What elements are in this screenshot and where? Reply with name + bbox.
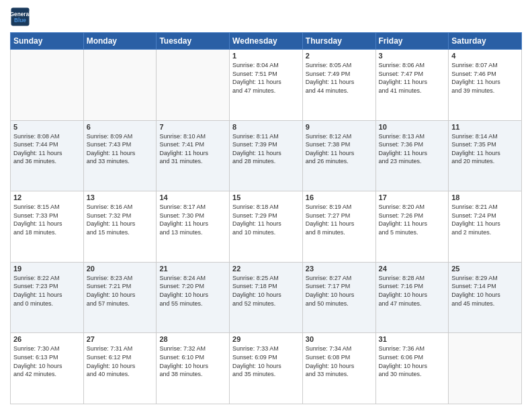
day-info: Sunrise: 8:16 AM Sunset: 7:32 PM Dayligh… (87, 203, 154, 236)
day-info: Sunrise: 8:28 AM Sunset: 7:16 PM Dayligh… (379, 274, 446, 308)
calendar-cell: 14Sunrise: 8:17 AM Sunset: 7:30 PM Dayli… (157, 191, 230, 263)
day-number: 17 (379, 193, 446, 201)
day-number: 20 (87, 265, 154, 273)
day-number: 19 (13, 265, 81, 273)
day-info: Sunrise: 8:22 AM Sunset: 7:23 PM Dayligh… (13, 274, 81, 308)
day-info: Sunrise: 8:27 AM Sunset: 7:17 PM Dayligh… (306, 274, 373, 308)
calendar-cell (449, 333, 522, 404)
day-number: 29 (232, 335, 300, 343)
day-info: Sunrise: 8:13 AM Sunset: 7:36 PM Dayligh… (379, 132, 446, 166)
day-number: 13 (87, 193, 154, 201)
day-info: Sunrise: 7:36 AM Sunset: 6:06 PM Dayligh… (379, 345, 446, 378)
day-info: Sunrise: 8:06 AM Sunset: 7:47 PM Dayligh… (379, 61, 446, 95)
day-info: Sunrise: 8:07 AM Sunset: 7:46 PM Dayligh… (451, 61, 519, 95)
day-number: 16 (306, 193, 373, 201)
calendar-cell (83, 50, 157, 121)
calendar-cell: 16Sunrise: 8:19 AM Sunset: 7:27 PM Dayli… (302, 191, 375, 263)
day-number: 30 (306, 335, 373, 343)
calendar-cell: 3Sunrise: 8:06 AM Sunset: 7:47 PM Daylig… (375, 50, 449, 121)
day-info: Sunrise: 8:23 AM Sunset: 7:21 PM Dayligh… (87, 274, 154, 308)
calendar-cell: 23Sunrise: 8:27 AM Sunset: 7:17 PM Dayli… (302, 262, 375, 333)
day-number: 5 (13, 123, 81, 131)
calendar-header-saturday: Saturday (449, 33, 522, 50)
calendar-cell: 4Sunrise: 8:07 AM Sunset: 7:46 PM Daylig… (449, 50, 522, 121)
day-info: Sunrise: 8:05 AM Sunset: 7:49 PM Dayligh… (306, 61, 373, 95)
calendar-cell: 5Sunrise: 8:08 AM Sunset: 7:44 PM Daylig… (11, 120, 84, 191)
day-info: Sunrise: 8:09 AM Sunset: 7:43 PM Dayligh… (87, 132, 154, 166)
calendar-week-row: 26Sunrise: 7:30 AM Sunset: 6:13 PM Dayli… (11, 333, 522, 404)
calendar-week-row: 5Sunrise: 8:08 AM Sunset: 7:44 PM Daylig… (11, 120, 522, 191)
day-info: Sunrise: 7:32 AM Sunset: 6:10 PM Dayligh… (159, 345, 226, 378)
calendar-cell: 24Sunrise: 8:28 AM Sunset: 7:16 PM Dayli… (375, 262, 449, 333)
calendar-cell: 11Sunrise: 8:14 AM Sunset: 7:35 PM Dayli… (449, 120, 522, 191)
day-info: Sunrise: 7:34 AM Sunset: 6:08 PM Dayligh… (306, 345, 373, 378)
calendar-header-wednesday: Wednesday (230, 33, 303, 50)
day-number: 24 (379, 265, 446, 273)
day-info: Sunrise: 7:31 AM Sunset: 6:12 PM Dayligh… (87, 345, 154, 378)
calendar-cell: 8Sunrise: 8:11 AM Sunset: 7:39 PM Daylig… (230, 120, 303, 191)
day-number: 15 (232, 193, 300, 201)
day-number: 4 (451, 52, 519, 60)
calendar-cell (11, 50, 84, 121)
calendar-header-row: SundayMondayTuesdayWednesdayThursdayFrid… (11, 33, 522, 50)
calendar-cell: 27Sunrise: 7:31 AM Sunset: 6:12 PM Dayli… (83, 333, 157, 404)
calendar-cell: 30Sunrise: 7:34 AM Sunset: 6:08 PM Dayli… (302, 333, 375, 404)
calendar-header-sunday: Sunday (11, 33, 84, 50)
calendar-cell: 2Sunrise: 8:05 AM Sunset: 7:49 PM Daylig… (302, 50, 375, 121)
calendar-cell: 10Sunrise: 8:13 AM Sunset: 7:36 PM Dayli… (375, 120, 449, 191)
calendar-cell: 20Sunrise: 8:23 AM Sunset: 7:21 PM Dayli… (83, 262, 157, 333)
svg-text:General: General (10, 11, 30, 17)
calendar-week-row: 1Sunrise: 8:04 AM Sunset: 7:51 PM Daylig… (11, 50, 522, 121)
calendar-cell: 22Sunrise: 8:25 AM Sunset: 7:18 PM Dayli… (230, 262, 303, 333)
logo-icon: General Blue (10, 7, 30, 27)
calendar-week-row: 12Sunrise: 8:15 AM Sunset: 7:33 PM Dayli… (11, 191, 522, 263)
calendar-cell: 29Sunrise: 7:33 AM Sunset: 6:09 PM Dayli… (230, 333, 303, 404)
day-number: 3 (379, 52, 446, 60)
day-info: Sunrise: 7:33 AM Sunset: 6:09 PM Dayligh… (232, 345, 300, 378)
calendar-cell: 31Sunrise: 7:36 AM Sunset: 6:06 PM Dayli… (375, 333, 449, 404)
calendar-cell: 18Sunrise: 8:21 AM Sunset: 7:24 PM Dayli… (449, 191, 522, 263)
day-info: Sunrise: 8:19 AM Sunset: 7:27 PM Dayligh… (306, 203, 373, 236)
day-info: Sunrise: 8:11 AM Sunset: 7:39 PM Dayligh… (232, 132, 300, 166)
calendar-cell: 28Sunrise: 7:32 AM Sunset: 6:10 PM Dayli… (157, 333, 230, 404)
day-number: 1 (232, 52, 300, 60)
calendar-cell: 9Sunrise: 8:12 AM Sunset: 7:38 PM Daylig… (302, 120, 375, 191)
day-info: Sunrise: 8:24 AM Sunset: 7:20 PM Dayligh… (159, 274, 226, 308)
svg-text:Blue: Blue (14, 17, 26, 24)
calendar-header-monday: Monday (83, 33, 157, 50)
calendar-cell: 12Sunrise: 8:15 AM Sunset: 7:33 PM Dayli… (11, 191, 84, 263)
day-number: 21 (159, 265, 226, 273)
calendar-header-thursday: Thursday (302, 33, 375, 50)
calendar-cell: 21Sunrise: 8:24 AM Sunset: 7:20 PM Dayli… (157, 262, 230, 333)
day-number: 28 (159, 335, 226, 343)
day-info: Sunrise: 8:21 AM Sunset: 7:24 PM Dayligh… (451, 203, 519, 236)
day-number: 12 (13, 193, 81, 201)
day-info: Sunrise: 8:04 AM Sunset: 7:51 PM Dayligh… (232, 61, 300, 95)
day-number: 9 (306, 123, 373, 131)
calendar-cell: 19Sunrise: 8:22 AM Sunset: 7:23 PM Dayli… (11, 262, 84, 333)
day-info: Sunrise: 8:15 AM Sunset: 7:33 PM Dayligh… (13, 203, 81, 236)
day-info: Sunrise: 8:18 AM Sunset: 7:29 PM Dayligh… (232, 203, 300, 236)
day-number: 10 (379, 123, 446, 131)
day-info: Sunrise: 8:12 AM Sunset: 7:38 PM Dayligh… (306, 132, 373, 166)
day-number: 25 (451, 265, 519, 273)
day-number: 11 (451, 123, 519, 131)
day-info: Sunrise: 7:30 AM Sunset: 6:13 PM Dayligh… (13, 345, 81, 378)
calendar-cell (157, 50, 230, 121)
page: General Blue SundayMondayTuesdayWednesda… (0, 0, 532, 411)
calendar-cell: 7Sunrise: 8:10 AM Sunset: 7:41 PM Daylig… (157, 120, 230, 191)
day-number: 6 (87, 123, 154, 131)
header: General Blue (10, 7, 522, 27)
calendar-cell: 26Sunrise: 7:30 AM Sunset: 6:13 PM Dayli… (11, 333, 84, 404)
calendar-cell: 13Sunrise: 8:16 AM Sunset: 7:32 PM Dayli… (83, 191, 157, 263)
day-number: 23 (306, 265, 373, 273)
day-info: Sunrise: 8:29 AM Sunset: 7:14 PM Dayligh… (451, 274, 519, 308)
day-number: 14 (159, 193, 226, 201)
day-info: Sunrise: 8:08 AM Sunset: 7:44 PM Dayligh… (13, 132, 81, 166)
day-number: 22 (232, 265, 300, 273)
calendar-cell: 25Sunrise: 8:29 AM Sunset: 7:14 PM Dayli… (449, 262, 522, 333)
day-number: 2 (306, 52, 373, 60)
day-number: 18 (451, 193, 519, 201)
day-number: 31 (379, 335, 446, 343)
calendar-cell: 17Sunrise: 8:20 AM Sunset: 7:26 PM Dayli… (375, 191, 449, 263)
